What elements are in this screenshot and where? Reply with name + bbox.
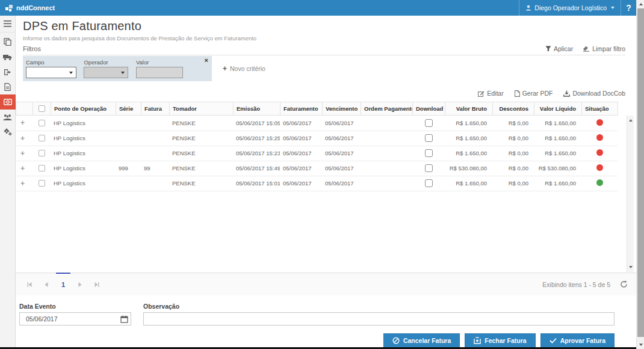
refresh-button[interactable]	[620, 280, 628, 288]
value-input[interactable]	[136, 67, 183, 78]
sidebar-item-export[interactable]	[0, 64, 16, 79]
expand-row-icon[interactable]: +	[19, 119, 25, 127]
table-row[interactable]: +HP LogisticsPENSKE05/06/2017 15:2505/06…	[16, 131, 618, 146]
sidebar-item-document[interactable]	[0, 79, 16, 94]
cell-serie	[116, 146, 141, 161]
prev-page-button[interactable]	[39, 277, 54, 292]
page-scrollbar[interactable]	[636, 0, 644, 349]
expand-row-icon[interactable]: +	[19, 179, 25, 188]
col-descontos[interactable]: Descontos	[493, 102, 534, 116]
select-all-checkbox[interactable]	[39, 105, 45, 112]
col-valor-bruto[interactable]: Valor Bruto	[445, 102, 493, 116]
download-checkbox[interactable]	[425, 164, 433, 172]
expand-row-icon[interactable]: +	[19, 134, 25, 143]
col-situacao[interactable]: Situação	[582, 102, 618, 116]
grid-scroll-down-icon[interactable]	[627, 264, 634, 271]
page-subtitle: Informe os dados para pesquisa dos Docum…	[23, 35, 627, 42]
cell-emissao: 05/06/2017 15:23	[233, 146, 280, 161]
expand-row-icon[interactable]: +	[19, 164, 25, 173]
sidebar-toggle-button[interactable]	[0, 16, 16, 32]
grid-body: +HP LogisticsPENSKE05/06/2017 15:0505/06…	[16, 116, 626, 273]
cell-serie: 999	[116, 161, 141, 176]
users-icon	[3, 114, 12, 121]
funnel-icon	[545, 46, 551, 52]
current-page-button[interactable]: 1	[55, 273, 71, 296]
sidebar-item-billing[interactable]	[0, 94, 16, 110]
sidebar-item-users[interactable]	[0, 110, 16, 125]
col-ponto-operacao[interactable]: Ponto de Operação	[51, 102, 116, 116]
row-checkbox[interactable]	[39, 135, 45, 141]
observacao-input[interactable]	[143, 312, 615, 326]
row-checkbox[interactable]	[39, 120, 45, 126]
col-vencimento[interactable]: Vencimento↓	[323, 102, 361, 116]
brand-label: nddConnect	[16, 4, 55, 11]
operator-label: Operador	[84, 59, 128, 66]
table-row[interactable]: +HP LogisticsPENSKE05/06/2017 15:2305/06…	[16, 146, 618, 161]
table-row[interactable]: +HP Logistics99999PENSKE05/06/2017 15:49…	[16, 161, 618, 176]
cell-tomador: PENSKE	[169, 176, 233, 191]
clear-filter-button[interactable]: Limpar filtro	[583, 45, 625, 52]
scroll-down-icon[interactable]	[637, 341, 644, 349]
col-emissao[interactable]: Emissão	[234, 102, 280, 116]
menu-icon	[4, 20, 11, 27]
col-valor-liquido[interactable]: Valor Líquido	[534, 102, 582, 116]
apply-filter-button[interactable]: Aplicar	[545, 45, 573, 52]
col-serie[interactable]: Série	[116, 102, 141, 116]
truck-icon	[3, 54, 12, 61]
col-ordem-pagamento[interactable]: Ordem Pagamento	[361, 102, 413, 116]
sidebar-item-documents[interactable]	[0, 34, 16, 49]
data-evento-input[interactable]	[19, 312, 131, 326]
operator-select[interactable]	[84, 67, 128, 78]
sidebar-item-transport[interactable]	[0, 49, 16, 64]
expand-row-icon[interactable]: +	[19, 149, 25, 158]
calendar-button[interactable]	[120, 315, 128, 326]
scrollbar-thumb[interactable]	[637, 8, 644, 337]
help-button[interactable]: ?	[621, 0, 636, 16]
cell-valor-bruto: R$ 1.650,00	[445, 116, 492, 131]
last-page-button[interactable]	[89, 277, 105, 292]
grid-scrollbar[interactable]	[627, 116, 634, 272]
col-select-all	[33, 102, 51, 116]
row-checkbox[interactable]	[39, 180, 45, 187]
select-caret-icon	[69, 72, 73, 74]
cell-select	[33, 161, 51, 176]
download-checkbox[interactable]	[425, 119, 433, 127]
scroll-up-icon[interactable]	[637, 0, 644, 8]
remove-criterion-button[interactable]: ×	[205, 57, 208, 64]
cell-expand: +	[16, 146, 33, 161]
row-checkbox[interactable]	[39, 165, 45, 171]
file-icon	[4, 83, 11, 91]
col-fatura[interactable]: Fatura	[141, 102, 170, 116]
grid-scroll-up-icon[interactable]	[627, 117, 634, 124]
check-icon	[550, 338, 557, 344]
col-download[interactable]: Download	[413, 102, 445, 116]
cell-valor-liquido: R$ 530.080,00	[534, 161, 581, 176]
edit-button[interactable]: Editar	[478, 88, 503, 98]
brand: nddConnect	[0, 4, 55, 12]
cell-emissao: 05/06/2017 15:05	[233, 116, 280, 131]
close-invoice-button[interactable]: Fechar Fatura	[465, 333, 535, 347]
sidebar-item-settings[interactable]	[0, 125, 16, 140]
generate-pdf-button[interactable]: Gerar PDF	[515, 88, 553, 98]
cancel-invoice-button[interactable]: Cancelar Fatura	[383, 333, 460, 347]
observacao-label: Observação	[143, 303, 615, 310]
table-row[interactable]: +HP LogisticsPENSKE05/06/2017 15:0105/06…	[16, 176, 618, 191]
next-page-button[interactable]	[72, 277, 88, 292]
new-criterion-button[interactable]: + Novo critério	[223, 64, 265, 73]
cell-valor-bruto: R$ 1.650,00	[445, 131, 492, 146]
col-tomador[interactable]: Tomador	[170, 102, 234, 116]
table-row[interactable]: +HP LogisticsPENSKE05/06/2017 15:0505/06…	[16, 116, 618, 131]
field-select[interactable]	[26, 67, 76, 78]
row-checkbox[interactable]	[39, 150, 45, 156]
cell-download	[412, 176, 445, 191]
download-doccob-button[interactable]: Download DocCob	[563, 88, 625, 98]
cell-valor-liquido: R$ 1.650,00	[534, 116, 581, 131]
approve-invoice-button[interactable]: Aprovar Fatura	[540, 333, 615, 347]
first-page-button[interactable]	[22, 277, 37, 292]
user-menu[interactable]: Diego Operador Logístico	[519, 0, 621, 16]
cell-valor-bruto: R$ 530.080,00	[445, 161, 492, 176]
download-checkbox[interactable]	[425, 149, 433, 157]
download-checkbox[interactable]	[425, 134, 433, 142]
col-faturamento[interactable]: Faturamento	[280, 102, 323, 116]
download-checkbox[interactable]	[425, 179, 433, 187]
